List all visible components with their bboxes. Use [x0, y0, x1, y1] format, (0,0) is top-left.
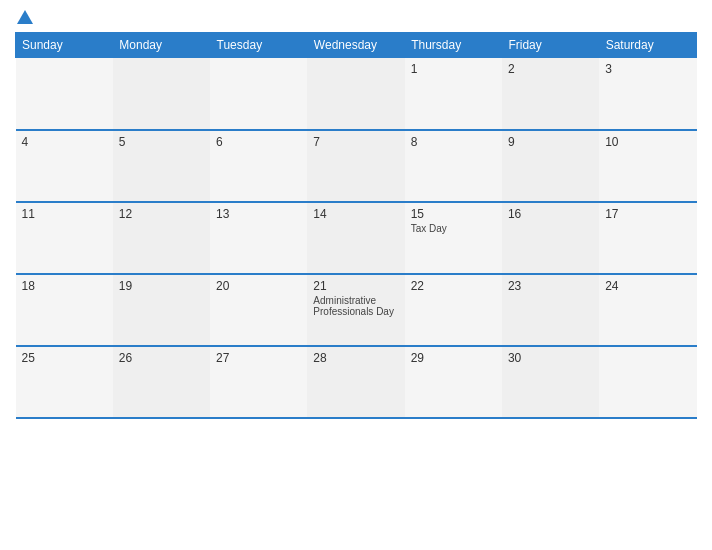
day-of-week-tuesday: Tuesday — [210, 33, 307, 58]
day-number: 20 — [216, 279, 301, 293]
day-of-week-friday: Friday — [502, 33, 599, 58]
day-number: 11 — [22, 207, 107, 221]
day-number: 25 — [22, 351, 107, 365]
day-of-week-wednesday: Wednesday — [307, 33, 404, 58]
day-number: 4 — [22, 135, 107, 149]
day-number: 18 — [22, 279, 107, 293]
calendar-cell — [16, 58, 113, 130]
day-of-week-sunday: Sunday — [16, 33, 113, 58]
calendar-cell: 30 — [502, 346, 599, 418]
calendar-cell: 9 — [502, 130, 599, 202]
day-number: 12 — [119, 207, 204, 221]
calendar-table: SundayMondayTuesdayWednesdayThursdayFrid… — [15, 32, 697, 419]
calendar-page: SundayMondayTuesdayWednesdayThursdayFrid… — [0, 0, 712, 550]
day-of-week-saturday: Saturday — [599, 33, 696, 58]
week-row-2: 45678910 — [16, 130, 697, 202]
day-number: 3 — [605, 62, 690, 76]
calendar-cell: 6 — [210, 130, 307, 202]
day-of-week-thursday: Thursday — [405, 33, 502, 58]
week-row-5: 252627282930 — [16, 346, 697, 418]
calendar-cell: 2 — [502, 58, 599, 130]
event-label: Administrative Professionals Day — [313, 295, 398, 317]
day-number: 21 — [313, 279, 398, 293]
calendar-cell: 12 — [113, 202, 210, 274]
day-number: 5 — [119, 135, 204, 149]
day-number: 6 — [216, 135, 301, 149]
day-number: 17 — [605, 207, 690, 221]
calendar-cell: 14 — [307, 202, 404, 274]
day-number: 28 — [313, 351, 398, 365]
day-number: 9 — [508, 135, 593, 149]
day-number: 26 — [119, 351, 204, 365]
day-of-week-monday: Monday — [113, 33, 210, 58]
day-number: 27 — [216, 351, 301, 365]
calendar-cell: 4 — [16, 130, 113, 202]
logo-triangle-icon — [17, 10, 33, 24]
day-number: 10 — [605, 135, 690, 149]
days-header-row: SundayMondayTuesdayWednesdayThursdayFrid… — [16, 33, 697, 58]
calendar-cell: 22 — [405, 274, 502, 346]
day-number: 30 — [508, 351, 593, 365]
day-number: 15 — [411, 207, 496, 221]
day-number: 16 — [508, 207, 593, 221]
calendar-cell: 11 — [16, 202, 113, 274]
calendar-cell: 26 — [113, 346, 210, 418]
calendar-header — [15, 10, 697, 24]
day-number: 13 — [216, 207, 301, 221]
calendar-cell: 24 — [599, 274, 696, 346]
calendar-cell: 10 — [599, 130, 696, 202]
calendar-cell: 16 — [502, 202, 599, 274]
calendar-cell: 20 — [210, 274, 307, 346]
day-number: 14 — [313, 207, 398, 221]
calendar-cell: 13 — [210, 202, 307, 274]
calendar-cell: 15Tax Day — [405, 202, 502, 274]
calendar-cell — [210, 58, 307, 130]
week-row-3: 1112131415Tax Day1617 — [16, 202, 697, 274]
calendar-cell: 1 — [405, 58, 502, 130]
day-number: 8 — [411, 135, 496, 149]
calendar-cell: 17 — [599, 202, 696, 274]
calendar-cell: 5 — [113, 130, 210, 202]
calendar-cell — [307, 58, 404, 130]
calendar-cell: 8 — [405, 130, 502, 202]
calendar-cell: 3 — [599, 58, 696, 130]
day-number: 24 — [605, 279, 690, 293]
logo — [15, 10, 35, 24]
calendar-cell — [113, 58, 210, 130]
calendar-cell: 28 — [307, 346, 404, 418]
day-number: 1 — [411, 62, 496, 76]
calendar-cell: 29 — [405, 346, 502, 418]
calendar-cell: 18 — [16, 274, 113, 346]
day-number: 29 — [411, 351, 496, 365]
calendar-cell — [599, 346, 696, 418]
calendar-cell: 19 — [113, 274, 210, 346]
week-row-4: 18192021Administrative Professionals Day… — [16, 274, 697, 346]
day-number: 23 — [508, 279, 593, 293]
calendar-cell: 23 — [502, 274, 599, 346]
calendar-cell: 21Administrative Professionals Day — [307, 274, 404, 346]
day-number: 22 — [411, 279, 496, 293]
event-label: Tax Day — [411, 223, 496, 234]
week-row-1: 123 — [16, 58, 697, 130]
calendar-cell: 25 — [16, 346, 113, 418]
day-number: 19 — [119, 279, 204, 293]
calendar-cell: 27 — [210, 346, 307, 418]
calendar-cell: 7 — [307, 130, 404, 202]
day-number: 2 — [508, 62, 593, 76]
day-number: 7 — [313, 135, 398, 149]
